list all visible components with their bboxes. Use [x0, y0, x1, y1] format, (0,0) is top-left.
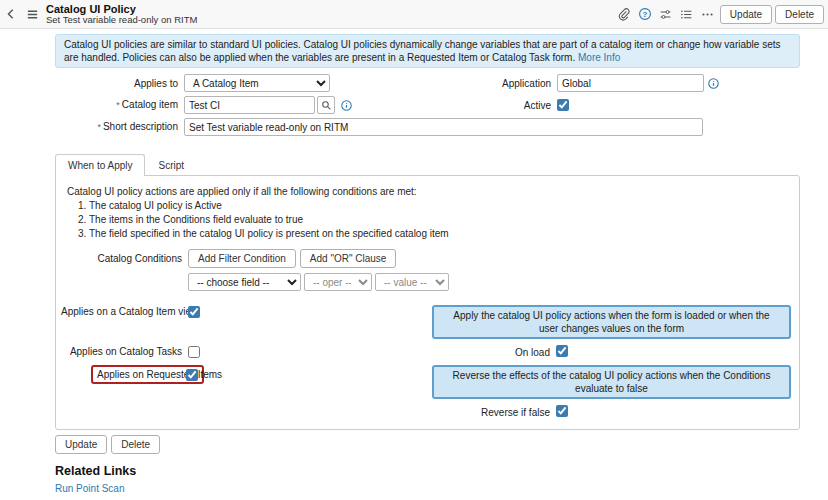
related-links-title: Related Links [55, 463, 800, 479]
reverse-if-false-checkbox[interactable] [556, 405, 568, 417]
form-header-bar: Catalog UI Policy Set Test variable read… [0, 0, 828, 29]
condition-item: The items in the Conditions field evalua… [89, 213, 795, 226]
application-label: Application [466, 77, 551, 90]
condition-item: The catalog UI policy is Active [89, 199, 795, 212]
more-options-icon[interactable] [699, 5, 717, 23]
applies-requested-checkbox[interactable] [186, 369, 198, 381]
application-field[interactable] [557, 74, 704, 92]
active-label: Active [466, 99, 551, 112]
add-filter-condition-button[interactable]: Add Filter Condition [188, 249, 296, 268]
personalize-icon[interactable] [657, 5, 675, 23]
short-description-field[interactable] [184, 118, 703, 136]
applies-tasks-label: Applies on Catalog Tasks [61, 345, 182, 358]
value-select[interactable]: -- value -- [375, 273, 449, 291]
application-preview-icon[interactable] [704, 74, 722, 92]
tab-script[interactable]: Script [145, 154, 197, 176]
attachment-icon[interactable] [615, 5, 633, 23]
update-button-bottom[interactable]: Update [55, 435, 107, 454]
update-button[interactable]: Update [720, 5, 772, 24]
applies-to-label: Applies to [55, 77, 178, 90]
form-footer-actions: Update Delete [55, 435, 800, 454]
help-icon[interactable]: ? [636, 5, 654, 23]
back-icon[interactable] [2, 5, 20, 23]
catalog-item-preview-icon[interactable] [337, 96, 355, 114]
page-title: Catalog UI Policy [46, 3, 197, 15]
active-checkbox[interactable] [557, 99, 569, 111]
header-actions: ? Update Delete [615, 5, 826, 24]
conditions-list: The catalog UI policy is Active The item… [73, 199, 795, 240]
svg-text:?: ? [642, 10, 647, 19]
reverse-if-false-row: Reverse if false [61, 405, 795, 419]
page-subtitle: Set Test variable read-only on RITM [46, 15, 197, 25]
applies-tasks-checkbox[interactable] [188, 346, 200, 358]
delete-button-bottom[interactable]: Delete [111, 435, 160, 454]
operator-select[interactable]: -- oper -- [304, 273, 372, 291]
run-point-scan-link[interactable]: Run Point Scan [55, 483, 125, 494]
catalog-item-field[interactable] [184, 96, 315, 114]
applies-to-row: Applies to A Catalog Item Application [55, 74, 800, 92]
applies-item-view-row: Applies on a Catalog Item view Apply the… [61, 305, 795, 339]
catalog-item-label: Catalog item [55, 98, 178, 112]
condition-builder: -- choose field -- -- oper -- -- value -… [188, 273, 795, 291]
catalog-conditions-label: Catalog Conditions [61, 252, 182, 265]
applies-requested-row: Applies on Requested Items Reverse the e… [61, 365, 795, 399]
tab-when-to-apply[interactable]: When to Apply [55, 154, 145, 176]
applies-requested-label: Applies on Requested Items [97, 368, 180, 381]
on-load-checkbox[interactable] [556, 345, 568, 357]
info-message: Catalog UI policies are similar to stand… [55, 34, 800, 68]
applies-requested-highlight: Applies on Requested Items [91, 365, 204, 384]
applies-item-view-checkbox[interactable] [188, 306, 200, 318]
apply-on-load-hint: Apply the catalog UI policy actions when… [432, 305, 791, 339]
condition-item: The field specified in the catalog UI po… [89, 227, 795, 240]
page-title-block: Catalog UI Policy Set Test variable read… [46, 3, 197, 26]
when-to-apply-panel: Catalog UI policy actions are applied on… [55, 175, 800, 430]
activity-stream-icon[interactable] [678, 5, 696, 23]
add-or-clause-button[interactable]: Add "OR" Clause [300, 249, 397, 268]
policy-form: Applies to A Catalog Item Application Ca… [55, 74, 800, 136]
form-tabs: When to Apply Script [55, 154, 800, 175]
reference-lookup-icon[interactable] [317, 96, 335, 114]
on-load-label: On load [432, 346, 550, 359]
delete-button[interactable]: Delete [775, 5, 824, 24]
applies-item-view-label: Applies on a Catalog Item view [61, 305, 182, 318]
related-links-section: Related Links Run Point Scan [55, 463, 800, 495]
form-context-menu-icon[interactable] [23, 5, 41, 23]
short-description-label: Short description [55, 120, 178, 134]
catalog-conditions-row: Catalog Conditions Add Filter Condition … [61, 249, 795, 268]
applies-tasks-row: Applies on Catalog Tasks On load [61, 345, 795, 359]
applies-to-select[interactable]: A Catalog Item [184, 74, 330, 92]
reverse-if-false-hint: Reverse the effects of the catalog UI po… [432, 365, 791, 399]
reverse-if-false-label: Reverse if false [432, 406, 550, 419]
catalog-item-row: Catalog item Active [55, 96, 800, 114]
short-description-row: Short description [55, 118, 800, 136]
more-info-link[interactable]: More Info [578, 52, 620, 63]
choose-field-select[interactable]: -- choose field -- [188, 273, 301, 291]
info-message-text: Catalog UI policies are similar to stand… [64, 39, 780, 63]
conditions-intro: Catalog UI policy actions are applied on… [67, 185, 795, 198]
